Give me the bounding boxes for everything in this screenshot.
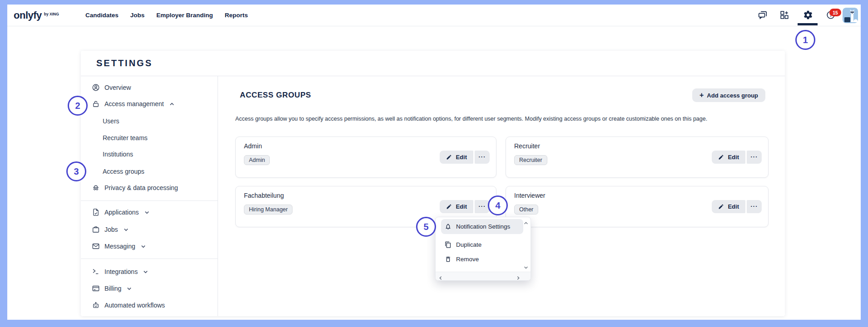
chevron-down-icon — [141, 244, 146, 249]
copy-icon — [445, 241, 451, 248]
scroll-up-icon[interactable] — [524, 219, 528, 227]
add-access-group-label: Add access group — [707, 92, 758, 99]
sidebar-item-label: Overview — [104, 84, 131, 91]
terminal-icon — [92, 268, 100, 276]
active-tab-underline — [798, 23, 818, 25]
scroll-down-icon[interactable] — [524, 264, 528, 272]
logo-text: onlyfy — [14, 10, 42, 21]
sidebar-item-label: Privacy & data processing — [104, 184, 178, 191]
sidebar-item-privacy[interactable]: Privacy & data processing — [92, 182, 178, 194]
pencil-icon — [446, 204, 452, 210]
chevron-down-icon — [124, 227, 129, 232]
edit-label: Edit — [728, 203, 739, 210]
menu-item-label: Duplicate — [456, 241, 481, 248]
sidebar-item-recruiter-teams[interactable]: Recruiter teams — [103, 132, 148, 144]
sidebar-item-access-groups[interactable]: Access groups — [103, 166, 144, 177]
nav-reports[interactable]: Reports — [225, 12, 248, 19]
robot-icon — [92, 301, 100, 309]
pencil-icon — [446, 154, 452, 160]
annotation-step-4: 4 — [488, 195, 508, 215]
sidebar-item-jobs[interactable]: Jobs — [92, 224, 129, 235]
edit-button[interactable]: Edit — [440, 200, 473, 213]
sidebar-separator — [81, 259, 218, 259]
access-group-card-admin: Admin Admin Edit ··· — [235, 137, 496, 178]
sidebar-item-label: Recruiter teams — [103, 134, 148, 142]
file-icon — [92, 208, 100, 216]
settings-panel: SETTINGS Overview Access management User… — [81, 51, 785, 316]
more-options-button[interactable]: ··· — [747, 200, 762, 213]
messages-icon[interactable] — [757, 10, 768, 20]
screenshot-root: onlyfy by XING Candidates Jobs Employer … — [0, 0, 868, 327]
context-menu: Notification Settings Duplicate Remove — [435, 217, 531, 281]
more-options-button[interactable]: ··· — [475, 151, 490, 164]
sidebar-item-label: Institutions — [103, 151, 133, 158]
sidebar-item-users[interactable]: Users — [103, 115, 119, 127]
trash-icon — [445, 256, 451, 263]
edit-button[interactable]: Edit — [440, 151, 473, 164]
sidebar-item-label: Access groups — [103, 168, 144, 175]
bell-icon — [445, 223, 451, 230]
edit-button[interactable]: Edit — [712, 200, 745, 213]
app-window: onlyfy by XING Candidates Jobs Employer … — [7, 5, 861, 320]
access-group-title: Interviewer — [514, 192, 545, 199]
menu-item-label: Notification Settings — [456, 223, 510, 230]
logo[interactable]: onlyfy by XING — [14, 5, 59, 26]
access-group-tag: Recruiter — [514, 155, 547, 165]
access-group-card-interviewer: Interviewer Other Edit ··· — [506, 186, 769, 227]
access-group-card-recruiter: Recruiter Recruiter Edit ··· — [506, 137, 769, 178]
more-options-button[interactable]: ··· — [475, 200, 490, 213]
access-group-tag: Admin — [244, 155, 270, 165]
sidebar-item-label: Applications — [104, 209, 139, 216]
sidebar-item-automated-workflows[interactable]: Automated workflows — [92, 299, 165, 311]
more-options-button[interactable]: ··· — [747, 151, 762, 164]
apps-grid-add-icon[interactable] — [779, 10, 790, 20]
incognito-icon — [92, 184, 100, 192]
nav-jobs[interactable]: Jobs — [130, 12, 145, 19]
chevron-up-icon — [169, 102, 174, 107]
chevron-down-icon — [143, 269, 148, 274]
menu-item-remove[interactable]: Remove — [441, 252, 523, 266]
scroll-right-icon[interactable] — [516, 274, 521, 282]
sidebar-item-overview[interactable]: Overview — [92, 82, 131, 93]
menu-item-label: Remove — [456, 256, 479, 263]
add-access-group-button[interactable]: + Add access group — [692, 88, 765, 102]
chevron-down-icon — [144, 210, 149, 215]
user-circle-icon — [92, 83, 100, 92]
sidebar-item-applications[interactable]: Applications — [92, 206, 149, 218]
scroll-left-icon[interactable] — [438, 274, 443, 282]
sidebar-item-label: Automated workflows — [104, 302, 165, 309]
credit-card-icon — [92, 284, 100, 293]
briefcase-icon — [92, 225, 100, 234]
sidebar-item-label: Billing — [104, 285, 121, 292]
sidebar-item-label: Jobs — [104, 226, 118, 233]
horizontal-scrollbar[interactable] — [436, 272, 531, 280]
sidebar-divider — [218, 76, 218, 316]
sidebar-item-institutions[interactable]: Institutions — [103, 148, 133, 160]
access-group-title: Admin — [244, 142, 262, 150]
pencil-icon — [718, 204, 724, 210]
top-navbar: onlyfy by XING Candidates Jobs Employer … — [7, 5, 861, 26]
sidebar-item-label: Messaging — [104, 243, 135, 250]
menu-item-duplicate[interactable]: Duplicate — [441, 238, 523, 251]
page-title: SETTINGS — [96, 58, 153, 68]
nav-employer-branding[interactable]: Employer Branding — [156, 12, 213, 19]
plus-icon: + — [699, 92, 704, 99]
sidebar-item-label: Users — [103, 117, 119, 125]
edit-button[interactable]: Edit — [712, 151, 745, 164]
sidebar-item-label: Integrations — [104, 268, 138, 275]
logo-suffix: by XING — [44, 12, 59, 16]
edit-label: Edit — [456, 203, 467, 210]
user-avatar[interactable] — [843, 8, 858, 23]
sidebar-item-billing[interactable]: Billing — [92, 283, 132, 294]
pencil-icon — [718, 154, 724, 160]
annotation-step-2: 2 — [68, 96, 88, 116]
settings-gear-icon[interactable] — [803, 10, 813, 20]
edit-label: Edit — [728, 154, 739, 161]
settings-header: SETTINGS — [81, 51, 785, 76]
nav-candidates[interactable]: Candidates — [85, 12, 119, 19]
menu-item-notification-settings[interactable]: Notification Settings — [441, 219, 523, 234]
sidebar-item-messaging[interactable]: Messaging — [92, 240, 146, 252]
sidebar-item-integrations[interactable]: Integrations — [92, 266, 148, 278]
sidebar-item-access-management[interactable]: Access management — [92, 98, 174, 110]
vertical-scrollbar[interactable] — [522, 217, 530, 272]
